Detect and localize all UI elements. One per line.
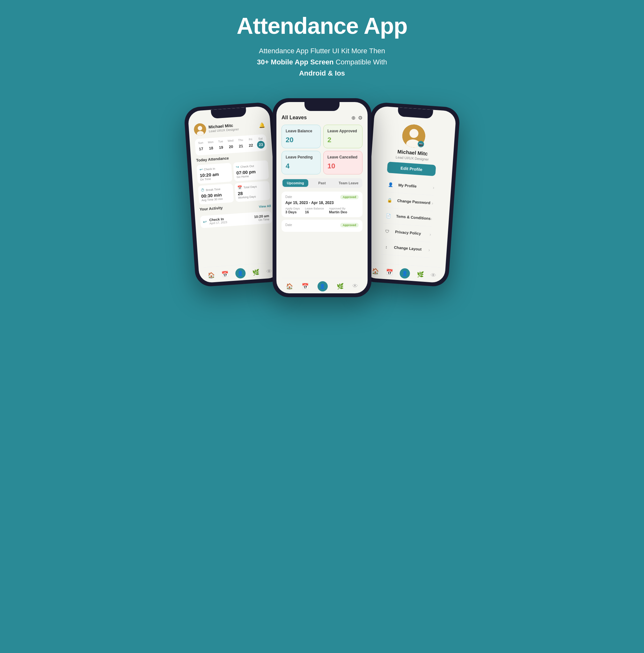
tab-team-leave[interactable]: Team Leave: [336, 179, 362, 187]
break-icon: ⏱: [201, 188, 205, 193]
menu-layout[interactable]: ↕ Change Layout ›: [381, 239, 430, 258]
totaldays-icon: 📅: [237, 185, 242, 190]
nav-leaves-left[interactable]: 🌿: [252, 268, 259, 276]
leave-status-1: Approved: [340, 195, 359, 199]
leave-cancelled-card: Leave Cancelled 10: [323, 151, 363, 174]
menu-terms-arrow: ›: [430, 216, 432, 221]
menu-privacy-label: Privacy Policy: [395, 229, 430, 237]
nav-people-center[interactable]: 👤: [318, 281, 328, 291]
page-subtitle: Attendance App Flutter UI Kit More Then …: [257, 45, 387, 79]
cal-day-sat: Sat 23: [257, 137, 265, 149]
nav-calendar-right[interactable]: 📅: [386, 268, 393, 276]
leave-item-1: Date Approved Apr 15, 2023 - Apr 18, 202…: [281, 192, 363, 217]
nav-leaves-right[interactable]: 🌿: [416, 271, 424, 278]
profile-screen: 📷 Michael Mitc Lead UI/UX Designer Edit …: [381, 120, 439, 258]
approved-by-1: Approved By Martin Deo: [329, 207, 347, 214]
activity-title: Your Activity: [200, 205, 223, 211]
leave-pending-title: Leave Pending: [286, 155, 317, 160]
profile-avatar-wrap: 📷: [401, 124, 426, 148]
menu-layout-icon: ↕: [381, 242, 391, 251]
leave-balance-value: 20: [286, 136, 317, 144]
nav-calendar-center[interactable]: 📅: [302, 283, 308, 290]
leaves-title: All Leaves: [281, 115, 307, 121]
nav-leaves-center[interactable]: 🌿: [337, 283, 344, 290]
filter-icon[interactable]: ⚙: [358, 115, 363, 121]
menu-privacy-icon: 🛡: [382, 226, 392, 236]
apply-days-1: Apply Days 3 Days: [285, 207, 300, 214]
menu-terms-label: Tems & Conditions: [396, 214, 431, 221]
activity-item: ↩ Check In April 17, 2023 10:20 am On Ti…: [200, 211, 272, 228]
cal-day-fri: Fri 22: [246, 138, 255, 149]
edit-profile-button[interactable]: Edit Profile: [387, 162, 436, 176]
checkin-icon: ↩: [199, 167, 203, 172]
phone-attendance: Michael Mitc Lead UI/UX Designer 🔔 Sun 1…: [183, 101, 285, 287]
menu-privacy-arrow: ›: [429, 232, 431, 237]
leave-approved-title: Leave Approved: [327, 129, 358, 133]
leaves-tabs: Upcoming Past Team Leave: [281, 178, 363, 188]
leave-approved-value: 2: [327, 136, 358, 144]
menu-layout-label: Change Layout: [394, 245, 428, 252]
tab-upcoming[interactable]: Upcoming: [282, 179, 308, 187]
menu-profile-label: My Profile: [398, 183, 433, 190]
activity-time-wrap: 10:20 am On Time: [254, 214, 270, 222]
menu-password-label: Change Password: [397, 198, 432, 205]
leave-item-date-label-2: Date: [285, 223, 292, 227]
menu-password-arrow: ›: [432, 200, 434, 205]
user-info-left: Michael Mitc Lead UI/UX Designer: [208, 121, 259, 133]
page-title: Attendance App: [237, 13, 407, 39]
bottom-nav-left: 🏠 📅 👤 🌿 👁: [204, 262, 276, 283]
leave-item-dates-1: Apr 15, 2023 - Apr 18, 2023: [285, 200, 359, 205]
phones-container: Michael Mitc Lead UI/UX Designer 🔔 Sun 1…: [147, 98, 497, 297]
menu-password-icon: 🔒: [385, 195, 394, 205]
nav-profile-left[interactable]: 👁: [266, 267, 272, 274]
leave-balance-footer-1: Leave Balance 16: [305, 207, 324, 214]
leave-item-header-2: Date Approved: [285, 223, 359, 227]
nav-home-right[interactable]: 🏠: [372, 267, 379, 275]
avatar-left: [194, 123, 206, 136]
view-all-link[interactable]: View All: [259, 204, 271, 208]
leave-cancelled-title: Leave Cancelled: [327, 155, 358, 160]
leave-balance-card: Leave Balance 20: [281, 125, 321, 148]
cal-day-sun: Sun 17: [197, 141, 205, 153]
menu-layout-arrow: ›: [428, 247, 430, 252]
nav-home-left[interactable]: 🏠: [207, 272, 215, 279]
calendar-week: Sun 17 Mon 18 Tue 19 Wed 20: [195, 134, 267, 155]
attendance-grid: ↩ Check In 10:20 am On Time ↪ Check Out …: [196, 160, 270, 204]
leave-pending-card: Leave Pending 4: [281, 151, 321, 174]
checkout-icon: ↪: [236, 165, 240, 169]
leave-balance-title: Leave Balance: [286, 129, 317, 133]
menu-list: 👤 My Profile › 🔒 Change Password › 📄 Tem…: [381, 176, 435, 258]
tab-past[interactable]: Past: [309, 179, 335, 187]
bell-icon[interactable]: 🔔: [258, 122, 265, 128]
bottom-nav-right: 🏠 📅 👤 🌿 👁: [368, 262, 440, 283]
activity-info: Check In April 17, 2023: [209, 215, 254, 225]
cal-day-mon: Mon 18: [206, 140, 215, 152]
attendance-header: Michael Mitc Lead UI/UX Designer 🔔: [194, 119, 266, 136]
bottom-nav-center: 🏠 📅 👤 🌿 👁: [281, 278, 363, 293]
menu-terms-icon: 📄: [384, 211, 393, 220]
leaves-grid: Leave Balance 20 Leave Approved 2 Leave …: [281, 125, 363, 174]
leave-pending-value: 4: [286, 162, 317, 170]
menu-profile-icon: 👤: [386, 179, 396, 189]
nav-people-right[interactable]: 👤: [399, 268, 410, 279]
checkout-card: ↪ Check Out 07:00 pm Go Home: [233, 160, 269, 181]
nav-home-center[interactable]: 🏠: [286, 283, 293, 290]
leaves-header: All Leaves ⊕ ⚙: [281, 115, 363, 121]
phone-leaves: All Leaves ⊕ ⚙ Leave Balance 20 Leave Ap…: [273, 98, 371, 297]
nav-calendar-left[interactable]: 📅: [221, 270, 229, 278]
total-days-card: 📅 Total Days 28 Working Days: [234, 181, 271, 202]
cal-day-wed: Wed 20: [227, 139, 235, 151]
check-in-card: ↩ Check In 10:20 am On Time: [196, 163, 232, 184]
nav-profile-center[interactable]: 👁: [352, 283, 358, 290]
add-leave-icon[interactable]: ⊕: [351, 115, 355, 121]
nav-profile-right[interactable]: 👁: [430, 272, 437, 279]
notch-center: [304, 102, 340, 111]
leave-cancelled-value: 10: [327, 162, 358, 170]
nav-people-left[interactable]: 👤: [235, 268, 246, 279]
leave-item-header-1: Date Approved: [285, 195, 359, 199]
leave-status-2: Approved: [340, 223, 359, 227]
leave-item-date-label-1: Date: [285, 195, 292, 199]
phone-profile: 📷 Michael Mitc Lead UI/UX Designer Edit …: [359, 101, 461, 287]
cal-day-tue: Tue 19: [217, 139, 225, 151]
break-card: ⏱ Break Time 00:30 min Avg Time 30 min: [198, 183, 234, 204]
